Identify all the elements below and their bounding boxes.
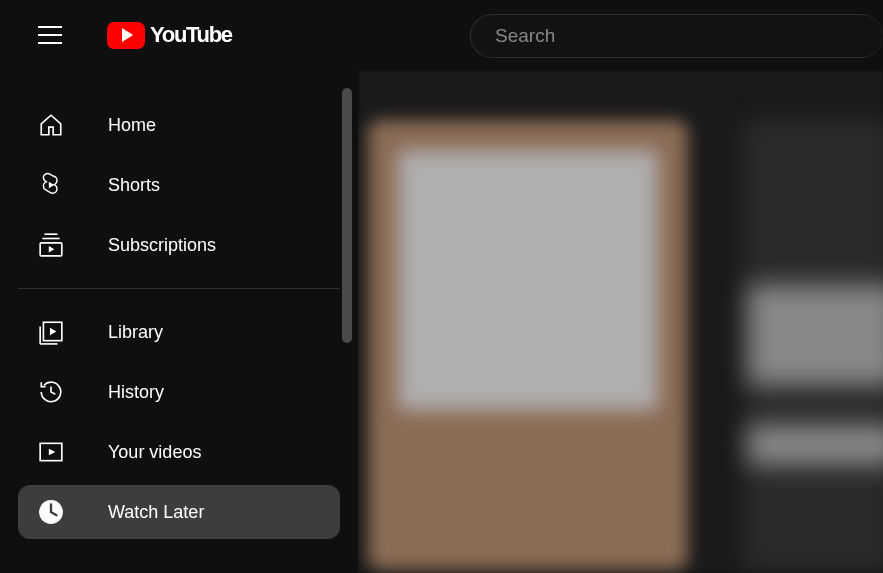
youtube-logo-text: YouTube (150, 22, 232, 48)
shorts-icon (38, 172, 64, 198)
sidebar-item-watch-later[interactable]: Watch Later (18, 485, 340, 539)
sidebar-item-your-videos[interactable]: Your videos (18, 425, 340, 479)
content-area-blurred (358, 70, 883, 573)
home-icon (38, 112, 64, 138)
search-placeholder: Search (495, 25, 555, 47)
sidebar-divider (18, 288, 340, 289)
sidebar-scrollbar[interactable] (342, 88, 352, 488)
nav-group-main: Home Shorts Subscriptions (0, 98, 358, 272)
your-videos-icon (38, 439, 64, 465)
sidebar-item-label: Watch Later (108, 502, 204, 523)
sidebar-item-label: Home (108, 115, 156, 136)
history-icon (38, 379, 64, 405)
library-icon (38, 319, 64, 345)
sidebar-item-label: Library (108, 322, 163, 343)
sidebar-item-library[interactable]: Library (18, 305, 340, 359)
hamburger-menu-button[interactable] (38, 26, 62, 44)
sidebar-item-label: Subscriptions (108, 235, 216, 256)
youtube-logo-icon (107, 22, 145, 49)
sidebar-item-label: History (108, 382, 164, 403)
youtube-logo[interactable]: YouTube (107, 22, 232, 49)
search-container: Search (470, 14, 883, 58)
sidebar: Home Shorts Subscriptions (0, 70, 358, 573)
sidebar-item-history[interactable]: History (18, 365, 340, 419)
search-input[interactable]: Search (470, 14, 883, 58)
header: YouTube Search (0, 0, 883, 70)
subscriptions-icon (38, 232, 64, 258)
watch-later-icon (38, 499, 64, 525)
sidebar-item-shorts[interactable]: Shorts (18, 158, 340, 212)
nav-group-library: Library History Your videos (0, 305, 358, 539)
sidebar-item-subscriptions[interactable]: Subscriptions (18, 218, 340, 272)
sidebar-item-label: Your videos (108, 442, 201, 463)
sidebar-item-home[interactable]: Home (18, 98, 340, 152)
sidebar-item-label: Shorts (108, 175, 160, 196)
